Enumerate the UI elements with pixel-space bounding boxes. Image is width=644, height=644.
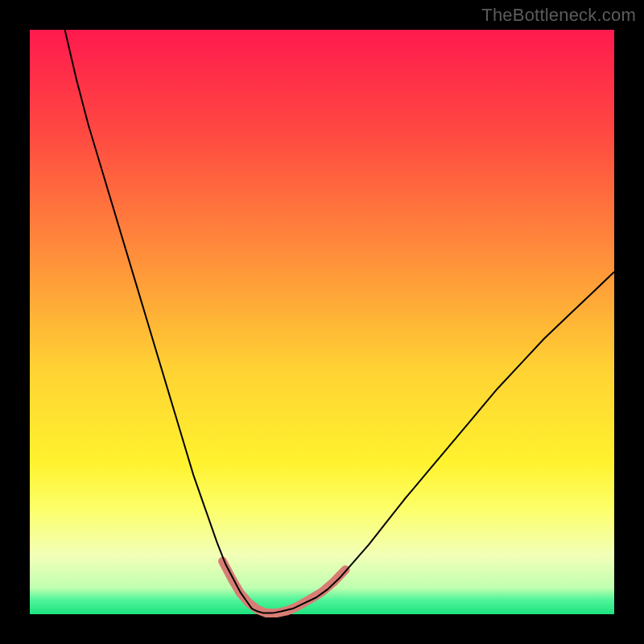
watermark-text: TheBottleneck.com xyxy=(481,5,636,26)
bottleneck-chart xyxy=(0,0,644,644)
chart-frame: TheBottleneck.com xyxy=(0,0,644,644)
plot-background xyxy=(30,30,614,614)
